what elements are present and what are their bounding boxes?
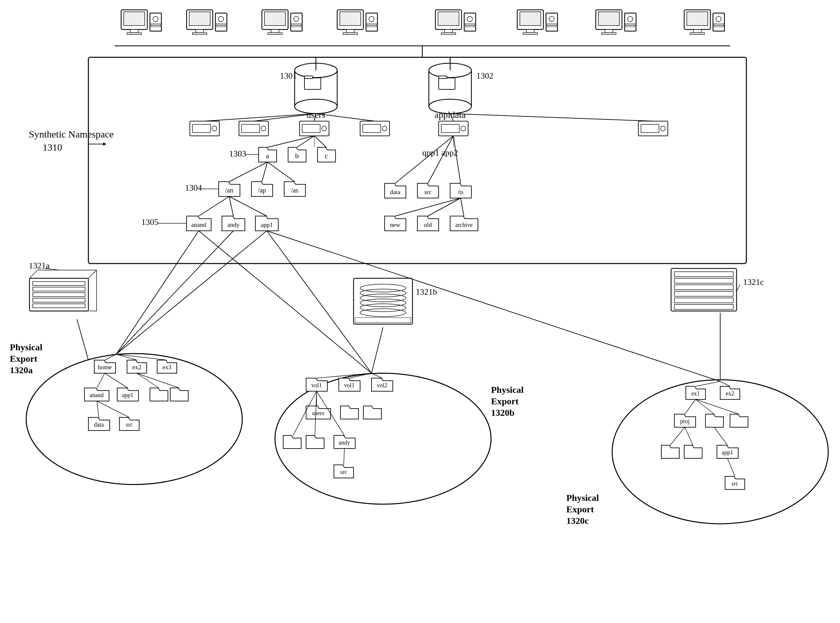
svg-rect-27 bbox=[343, 33, 357, 34]
svg-rect-59 bbox=[690, 33, 705, 34]
svg-rect-232 bbox=[674, 272, 733, 277]
svg-text:proj: proj bbox=[680, 418, 690, 425]
svg-text:1320a: 1320a bbox=[10, 365, 33, 375]
svg-text:vol1: vol1 bbox=[344, 382, 354, 388]
svg-text:vol2: vol2 bbox=[377, 382, 387, 388]
svg-rect-35 bbox=[441, 33, 456, 34]
svg-text:anand: anand bbox=[90, 392, 104, 398]
label-1301: 1301 bbox=[280, 71, 297, 81]
computer-6 bbox=[517, 10, 558, 34]
svg-rect-33 bbox=[438, 12, 459, 26]
svg-rect-4 bbox=[150, 13, 161, 31]
svg-text:Export: Export bbox=[491, 396, 519, 406]
svg-rect-17 bbox=[265, 12, 285, 26]
svg-line-161 bbox=[29, 270, 38, 278]
svg-rect-47 bbox=[547, 26, 556, 27]
label-1303: 1303 bbox=[229, 149, 246, 158]
computer-7 bbox=[596, 10, 636, 34]
svg-rect-7 bbox=[151, 26, 160, 27]
svg-rect-233 bbox=[674, 278, 733, 283]
svg-rect-77 bbox=[438, 78, 455, 89]
computer-8 bbox=[684, 10, 724, 34]
svg-text:ex2: ex2 bbox=[132, 364, 141, 371]
physical-export-1320a-label: Physical bbox=[10, 342, 43, 352]
svg-text:/ts: /ts bbox=[458, 189, 463, 195]
svg-rect-36 bbox=[464, 13, 476, 31]
svg-rect-50 bbox=[605, 29, 613, 33]
computer-2 bbox=[187, 10, 227, 34]
label-1305: 1305 bbox=[141, 217, 158, 227]
svg-rect-62 bbox=[714, 24, 724, 25]
svg-text:ex3: ex3 bbox=[162, 364, 171, 371]
svg-rect-98 bbox=[461, 126, 466, 131]
svg-rect-160 bbox=[33, 304, 85, 308]
svg-rect-85 bbox=[242, 124, 260, 133]
svg-text:src: src bbox=[126, 421, 133, 428]
svg-rect-73 bbox=[304, 76, 313, 78]
svg-line-271 bbox=[77, 319, 88, 360]
computer-1 bbox=[121, 10, 161, 34]
svg-rect-2 bbox=[130, 29, 138, 33]
svg-rect-82 bbox=[193, 124, 210, 133]
computer-5 bbox=[435, 10, 476, 34]
drive-2 bbox=[239, 121, 268, 136]
svg-text:users: users bbox=[312, 410, 324, 416]
svg-rect-158 bbox=[33, 293, 85, 297]
svg-rect-91 bbox=[363, 124, 381, 133]
svg-text:src: src bbox=[424, 189, 431, 195]
svg-rect-97 bbox=[441, 124, 459, 133]
svg-rect-49 bbox=[598, 12, 619, 26]
svg-text:old: old bbox=[424, 221, 432, 228]
svg-rect-66 bbox=[88, 57, 746, 264]
svg-text:1320c: 1320c bbox=[566, 516, 589, 526]
server-1321c bbox=[671, 269, 737, 311]
svg-text:ex1: ex1 bbox=[691, 390, 700, 397]
svg-rect-6 bbox=[151, 24, 160, 25]
svg-rect-19 bbox=[268, 33, 282, 34]
svg-rect-12 bbox=[215, 13, 227, 31]
svg-rect-23 bbox=[292, 26, 301, 27]
svg-rect-236 bbox=[674, 298, 733, 303]
synthetic-namespace-number: 1310 bbox=[43, 142, 62, 153]
svg-text:vol1: vol1 bbox=[311, 382, 322, 388]
svg-rect-10 bbox=[196, 29, 204, 33]
svg-rect-86 bbox=[261, 126, 266, 131]
svg-text:Export: Export bbox=[566, 504, 594, 514]
drive-4 bbox=[360, 121, 389, 136]
svg-rect-72 bbox=[304, 78, 321, 89]
svg-text:andy: andy bbox=[339, 439, 350, 446]
svg-rect-15 bbox=[216, 26, 226, 27]
svg-rect-43 bbox=[523, 33, 538, 34]
svg-rect-235 bbox=[674, 292, 733, 296]
svg-rect-92 bbox=[382, 126, 387, 131]
svg-rect-39 bbox=[465, 26, 475, 27]
svg-rect-14 bbox=[216, 24, 226, 25]
svg-rect-52 bbox=[625, 13, 636, 31]
svg-text:app1: app1 bbox=[722, 449, 733, 456]
drive-1 bbox=[190, 121, 219, 136]
folder-vol1a-1320b: vol1 bbox=[306, 378, 327, 391]
svg-rect-58 bbox=[693, 29, 701, 33]
drive-3 bbox=[299, 121, 329, 136]
svg-text:anand: anand bbox=[191, 221, 206, 228]
svg-text:app1: app1 bbox=[261, 221, 273, 228]
svg-rect-88 bbox=[302, 124, 320, 133]
svg-rect-94 bbox=[641, 124, 659, 133]
svg-rect-30 bbox=[367, 24, 377, 25]
label-1321a: 1321a bbox=[29, 261, 50, 270]
svg-line-238 bbox=[737, 285, 740, 292]
svg-rect-31 bbox=[367, 26, 377, 27]
label-1321c: 1321c bbox=[743, 277, 764, 287]
physical-export-1320c-label: Physical bbox=[566, 493, 599, 503]
svg-text:src: src bbox=[340, 469, 347, 475]
svg-rect-60 bbox=[713, 13, 724, 31]
svg-text:andy: andy bbox=[227, 221, 240, 228]
svg-rect-41 bbox=[520, 12, 541, 26]
svg-rect-234 bbox=[674, 285, 733, 290]
svg-rect-28 bbox=[366, 13, 377, 31]
svg-rect-78 bbox=[438, 76, 447, 78]
svg-rect-18 bbox=[271, 29, 279, 33]
svg-line-162 bbox=[88, 270, 97, 278]
diagram-container: Synthetic Namespace 1310 users 1301 appl… bbox=[0, 0, 840, 623]
svg-rect-44 bbox=[546, 13, 558, 31]
